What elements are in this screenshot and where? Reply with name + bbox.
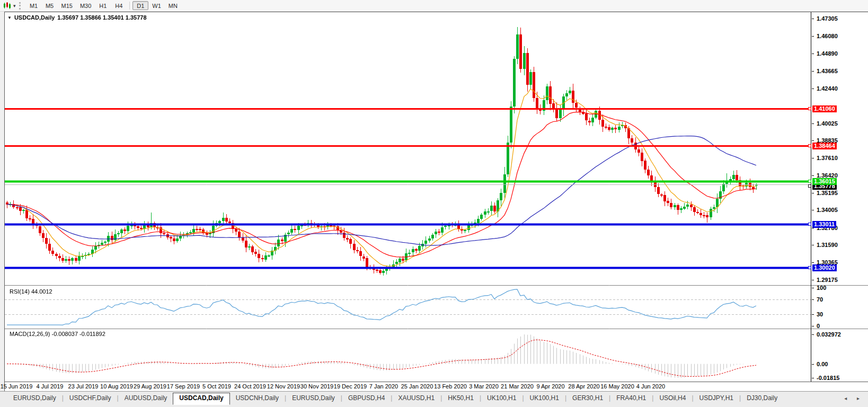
axis-tick-label: 1.43665 [812,68,838,75]
tab-ger30-h1[interactable]: GER30,H1 [566,393,609,403]
tab-xauusd-h1[interactable]: XAUUSD,H1 [392,393,440,403]
date-label: 17 Sep 2019 [167,383,200,390]
tab-eurusd-daily[interactable]: EURUSD,Daily [7,393,62,403]
date-label: 13 Feb 2020 [434,383,467,390]
timeframe-button-d1[interactable]: D1 [132,1,148,10]
tab-scroll-left-icon[interactable]: ◂ [844,395,851,401]
tab-scroll-right-icon[interactable]: ▸ [857,395,864,401]
date-label: 15 Jun 2019 [1,383,33,390]
window-menu-icon[interactable]: ▼ [7,15,12,20]
price-line-label: 1.36015 [812,178,837,185]
price-line-label: 1.30020 [812,264,837,271]
tab-usdchf-daily[interactable]: USDCHF,Daily [64,393,117,403]
rsi-indicator-label: RSI(14) 44.0012 [10,288,52,295]
line-anchor-icon [808,107,811,110]
chart-tab-bar: EURUSD,Daily|USDCHF,Daily|AUDUSD,DailyUS… [0,391,868,407]
date-label: 28 Apr 2020 [568,383,599,390]
price-line-label: 1.41060 [812,105,837,112]
chart-title: ▼ USDCAD,Daily 1.35697 1.35866 1.35401 1… [7,14,147,21]
tab-usdcnh-daily[interactable]: USDCNH,Daily [230,393,285,403]
date-label: 7 Jan 2020 [369,383,398,390]
date-label: 29 Aug 2019 [134,383,166,390]
timeframe-button-m5[interactable]: M5 [42,1,58,10]
axis-tick-label: 30 [812,311,823,318]
date-label: 19 Dec 2019 [334,383,367,390]
chevron-down-icon[interactable]: ▾ [13,3,16,8]
axis-tick-label: 1.40025 [812,120,838,127]
axis-tick-label: 1.46080 [812,33,838,40]
axis-tick-label: 1.34005 [812,207,838,214]
tab-dj30-daily[interactable]: DJ30,Daily [741,393,783,403]
line-anchor-icon [808,184,811,188]
tab-fra40-h1[interactable]: FRA40,H1 [610,393,652,403]
date-label: 16 May 2020 [600,383,634,390]
tab-usdcad-daily[interactable]: USDCAD,Daily [173,393,229,405]
timeframe-button-w1[interactable]: W1 [148,1,165,10]
date-label: 12 Nov 2019 [267,383,300,390]
date-label: 21 Mar 2020 [501,383,534,390]
line-anchor-icon [808,223,811,226]
timeframe-button-m1[interactable]: M1 [26,1,42,10]
date-label: 9 Apr 2020 [536,383,564,390]
line-anchor-icon [808,266,811,269]
date-label: 4 Jul 2019 [37,383,64,390]
tab-hk50-h1[interactable]: HK50,H1 [442,393,480,403]
tab-gbpusd-h4[interactable]: GBPUSD,H4 [342,393,391,403]
tab-eurusd-daily[interactable]: EURUSD,Daily [286,393,341,403]
timeframe-button-h4[interactable]: H4 [111,1,127,10]
timeframe-button-mn[interactable]: MN [165,1,181,10]
axis-tick-label: 1.35195 [812,190,838,197]
date-label: 3 Mar 2020 [469,383,499,390]
tab-audusd-daily[interactable]: AUDUSD,Daily [119,393,173,403]
chart-canvas[interactable] [5,12,811,382]
timeframe-button-h1[interactable]: H1 [95,1,111,10]
price-axis[interactable]: 1.473051.460801.448901.436651.424401.400… [811,12,868,382]
mt4-window: ▾ M1M5M15M30H1H4D1W1MN ▼ USDCAD,Daily 1.… [0,0,868,407]
axis-tick-label: 70 [812,296,823,303]
macd-indicator-label: MACD(12,26,9) -0.008037 -0.011892 [10,331,105,337]
axis-tick-label: 1.47305 [812,15,838,22]
tab-uk100-h1[interactable]: UK100,H1 [524,393,565,403]
date-axis[interactable]: 15 Jun 20194 Jul 201923 Jul 201910 Aug 2… [5,382,868,391]
date-label: 5 Oct 2019 [202,383,231,390]
toolbar-grip [19,2,22,10]
tab-usdjpy-h1[interactable]: USDJPY,H1 [694,393,739,403]
axis-tick-label: 1.37610 [812,155,838,162]
axis-tick-label: 1.31590 [812,242,838,249]
axis-tick-label: 1.42440 [812,85,838,92]
chart-window: ▼ USDCAD,Daily 1.35697 1.35866 1.35401 1… [4,12,868,392]
date-label: 25 Jan 2020 [401,383,433,390]
symbol-period-label: USDCAD,Daily [14,14,55,21]
line-anchor-icon [808,144,811,147]
tab-usoil-h4[interactable]: USOil,H4 [653,393,692,403]
toolbar-separator [129,2,130,10]
chart-type-icon[interactable] [2,2,12,10]
date-label: 23 Jul 2019 [68,383,99,390]
timeframe-toolbar: ▾ M1M5M15M30H1H4D1W1MN [0,0,868,12]
date-label: 30 Nov 2019 [300,383,333,390]
axis-tick-label: 100 [812,285,826,291]
axis-tick-label: 0.032972 [812,331,841,338]
axis-tick-label: 0 [812,323,820,330]
tab-uk100-h1[interactable]: UK100,H1 [481,393,522,403]
date-label: 10 Aug 2019 [100,383,133,390]
price-line-label: 1.33011 [812,221,836,228]
timeframe-buttons: M1M5M15M30H1H4D1W1MN [26,1,181,10]
ohlc-values: 1.35697 1.35866 1.35401 1.35778 [57,14,146,21]
axis-tick-label: 1.44890 [812,50,838,57]
axis-tick-label: 0.00 [812,361,828,368]
tab-scroll-arrows: ◂ ▸ [844,395,864,401]
date-label: 24 Oct 2019 [234,383,266,390]
line-anchor-icon [808,180,811,183]
axis-tick-label: 1.29175 [812,277,838,284]
timeframe-button-m15[interactable]: M15 [58,1,76,10]
timeframe-button-m30[interactable]: M30 [76,1,95,10]
date-label: 4 Jun 2020 [636,383,665,390]
price-line-label: 1.38464 [812,143,837,149]
axis-tick-label: -0.01815 [812,375,839,382]
